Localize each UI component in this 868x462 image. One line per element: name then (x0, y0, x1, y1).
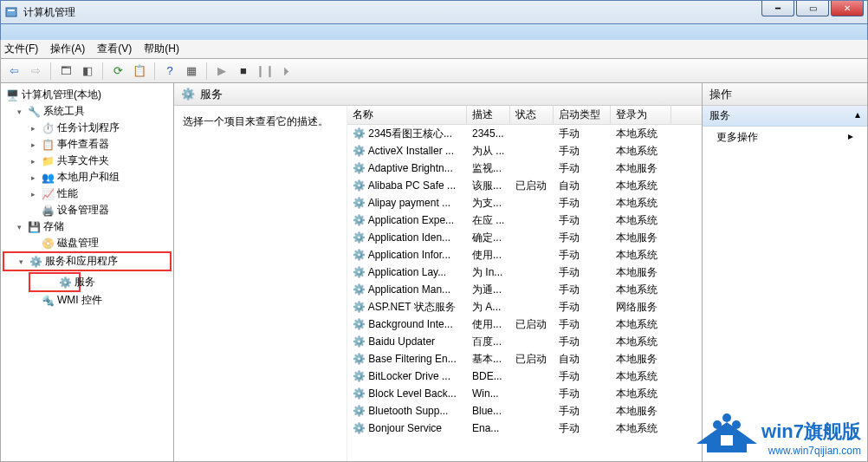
description-hint: 选择一个项目来查看它的描述。 (183, 115, 328, 127)
watermark: win7旗舰版 www.win7qijian.com (761, 419, 861, 457)
col-name[interactable]: 名称 (347, 106, 467, 124)
services-list[interactable]: 名称 描述 状态 启动类型 登录为 ⚙️ 2345看图王核心...2345...… (347, 106, 702, 461)
service-row[interactable]: ⚙️ Application Infor...使用...手动本地系统 (347, 246, 702, 264)
restart-button[interactable]: ⏵ (277, 62, 296, 81)
menu-help[interactable]: 帮助(H) (144, 42, 179, 56)
svg-rect-5 (721, 435, 733, 446)
export-button[interactable]: 📋 (130, 62, 149, 81)
svg-point-2 (713, 420, 722, 429)
actions-pane: 操作 服务▴ 更多操作▸ (703, 83, 867, 461)
up-button[interactable]: 🗔 (56, 62, 75, 81)
col-status[interactable]: 状态 (510, 106, 554, 124)
play-button[interactable]: ▶ (212, 62, 231, 81)
background-tabs (0, 24, 868, 40)
col-logon[interactable]: 登录为 (611, 106, 671, 124)
gear-icon: ⚙️ (353, 387, 366, 400)
service-row[interactable]: ⚙️ Base Filtering En...基本...已启动自动本地服务 (347, 350, 702, 368)
service-row[interactable]: ⚙️ 2345看图王核心...2345...手动本地系统 (347, 125, 702, 142)
gear-icon: ⚙️ (353, 162, 366, 174)
col-desc[interactable]: 描述 (467, 106, 510, 124)
service-row[interactable]: ⚙️ Background Inte...使用...已启动手动本地系统 (347, 316, 702, 333)
tree-services[interactable]: ⚙️服务 (29, 272, 81, 292)
menubar: 文件(F) 操作(A) 查看(V) 帮助(H) (0, 40, 868, 59)
service-row[interactable]: ⚙️ Application Expe...在应 ...手动本地系统 (347, 211, 702, 229)
list-header[interactable]: 名称 描述 状态 启动类型 登录为 (347, 106, 702, 125)
gear-icon: ⚙️ (353, 231, 366, 244)
svg-point-4 (732, 420, 741, 429)
gear-icon: ⚙️ (353, 127, 366, 140)
menu-view[interactable]: 查看(V) (97, 42, 132, 56)
chevron-right-icon: ▸ (848, 130, 853, 145)
tree-storage[interactable]: ▾💾存储 (3, 218, 172, 235)
gear-icon: ⚙️ (353, 353, 366, 365)
svg-point-3 (722, 413, 731, 422)
service-row[interactable]: ⚙️ ActiveX Installer ...为从 ...手动本地系统 (347, 142, 702, 159)
minimize-button[interactable]: ━ (761, 1, 794, 16)
services-header: ⚙️ 服务 (174, 83, 702, 106)
gear-icon: ⚙️ (353, 266, 366, 278)
collapse-icon[interactable]: ▴ (855, 108, 860, 123)
gear-icon: ⚙️ (353, 283, 366, 296)
gear-icon: ⚙️ (353, 405, 366, 417)
service-row[interactable]: ⚙️ Bluetooth Supp...Blue...手动本地服务 (347, 402, 702, 420)
gear-icon: ⚙️ (181, 88, 195, 101)
gear-icon: ⚙️ (353, 249, 366, 261)
stop-button[interactable]: ■ (234, 62, 253, 81)
help-button[interactable]: ? (160, 62, 179, 81)
description-pane: 选择一个项目来查看它的描述。 (174, 106, 347, 461)
forward-button[interactable]: ⇨ (26, 62, 45, 81)
window-titlebar: 计算机管理 ━ ▭ ✕ (0, 0, 868, 24)
gear-icon: ⚙️ (353, 301, 366, 313)
close-button[interactable]: ✕ (831, 1, 864, 16)
service-row[interactable]: ⚙️ Alibaba PC Safe ...该服...已启动自动本地系统 (347, 177, 702, 194)
tree-performance[interactable]: ▸📈性能 (3, 185, 172, 202)
service-row[interactable]: ⚙️ Alipay payment ...为支...手动本地系统 (347, 194, 702, 211)
service-row[interactable]: ⚙️ Baidu Updater百度...手动本地系统 (347, 333, 702, 350)
service-row[interactable]: ⚙️ Application Iden...确定...手动本地服务 (347, 229, 702, 246)
pause-button[interactable]: ❙❙ (256, 62, 275, 81)
actions-more[interactable]: 更多操作▸ (703, 127, 867, 148)
tree-shared-folders[interactable]: ▸📁共享文件夹 (3, 153, 172, 169)
tree-services-apps[interactable]: ▾⚙️服务和应用程序 (3, 251, 172, 271)
actions-subheader[interactable]: 服务▴ (703, 106, 867, 127)
col-startup[interactable]: 启动类型 (554, 106, 611, 124)
window-title: 计算机管理 (23, 5, 864, 20)
service-row[interactable]: ⚙️ Bonjour ServiceEna...手动本地系统 (347, 420, 702, 437)
gear-icon: ⚙️ (353, 214, 366, 226)
service-row[interactable]: ⚙️ Block Level Back...Win...手动本地系统 (347, 385, 702, 402)
service-row[interactable]: ⚙️ Application Man...为通...手动本地系统 (347, 281, 702, 298)
tree-system-tools[interactable]: ▾🔧系统工具 (3, 103, 172, 120)
gear-icon: ⚙️ (353, 179, 366, 192)
gear-icon: ⚙️ (353, 335, 366, 348)
tree-event-viewer[interactable]: ▸📋事件查看器 (3, 136, 172, 153)
gear-icon: ⚙️ (353, 318, 366, 330)
refresh-button[interactable]: ⟳ (108, 62, 127, 81)
gear-icon: ⚙️ (353, 422, 366, 434)
svg-rect-1 (8, 10, 15, 11)
svg-rect-0 (6, 8, 16, 16)
tree-device-manager[interactable]: 🖨️设备管理器 (3, 202, 172, 218)
gear-icon: ⚙️ (353, 145, 366, 157)
service-row[interactable]: ⚙️ ASP.NET 状态服务为 A...手动网络服务 (347, 298, 702, 316)
service-row[interactable]: ⚙️ BitLocker Drive ...BDE...手动本地系统 (347, 368, 702, 385)
services-header-label: 服务 (200, 87, 223, 102)
toolbar: ⇦ ⇨ 🗔 ◧ ⟳ 📋 ? ▦ ▶ ■ ❙❙ ⏵ (0, 59, 868, 83)
tree-task-scheduler[interactable]: ▸⏱️任务计划程序 (3, 120, 172, 136)
gear-icon: ⚙️ (353, 370, 366, 382)
tree-local-users[interactable]: ▸👥本地用户和组 (3, 169, 172, 185)
tree-pane[interactable]: 🖥️计算机管理(本地) ▾🔧系统工具 ▸⏱️任务计划程序 ▸📋事件查看器 ▸📁共… (1, 83, 174, 461)
menu-action[interactable]: 操作(A) (50, 42, 85, 56)
menu-file[interactable]: 文件(F) (4, 42, 38, 56)
service-row[interactable]: ⚙️ Adaptive Brightn...监视...手动本地服务 (347, 159, 702, 177)
maximize-button[interactable]: ▭ (796, 1, 829, 16)
gear-icon: ⚙️ (353, 197, 366, 209)
tree-wmi[interactable]: 🔩WMI 控件 (3, 292, 172, 309)
app-icon (4, 5, 18, 19)
tree-root[interactable]: 🖥️计算机管理(本地) (3, 87, 172, 103)
show-hide-tree-button[interactable]: ◧ (78, 62, 97, 81)
tree-disk-management[interactable]: 📀磁盘管理 (3, 235, 172, 251)
back-button[interactable]: ⇦ (4, 62, 23, 81)
actions-header: 操作 (703, 83, 867, 106)
service-row[interactable]: ⚙️ Application Lay...为 In...手动本地服务 (347, 264, 702, 281)
properties-button[interactable]: ▦ (182, 62, 201, 81)
